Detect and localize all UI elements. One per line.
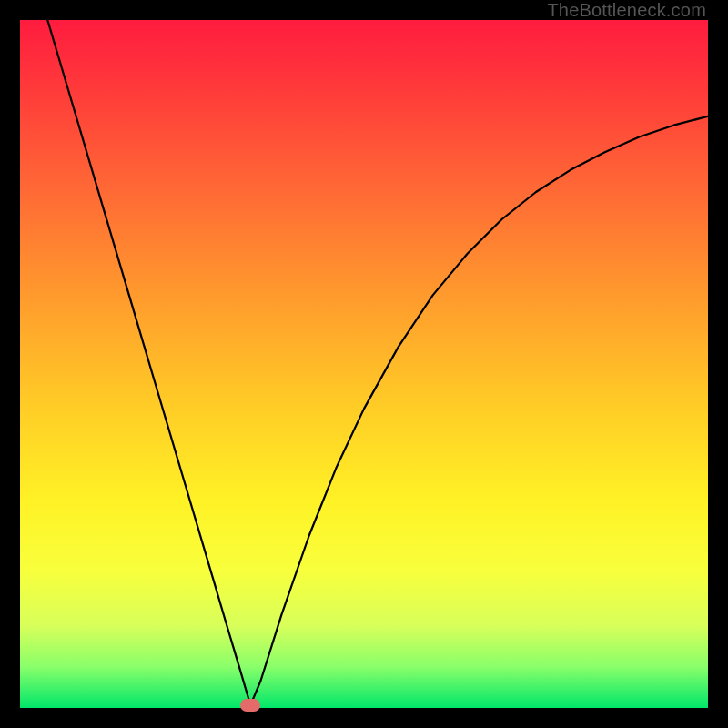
optimum-marker	[240, 699, 260, 712]
chart-frame: TheBottleneck.com	[0, 0, 728, 728]
watermark-text: TheBottleneck.com	[547, 0, 706, 21]
plot-area	[20, 20, 708, 708]
bottleneck-curve	[20, 20, 708, 708]
